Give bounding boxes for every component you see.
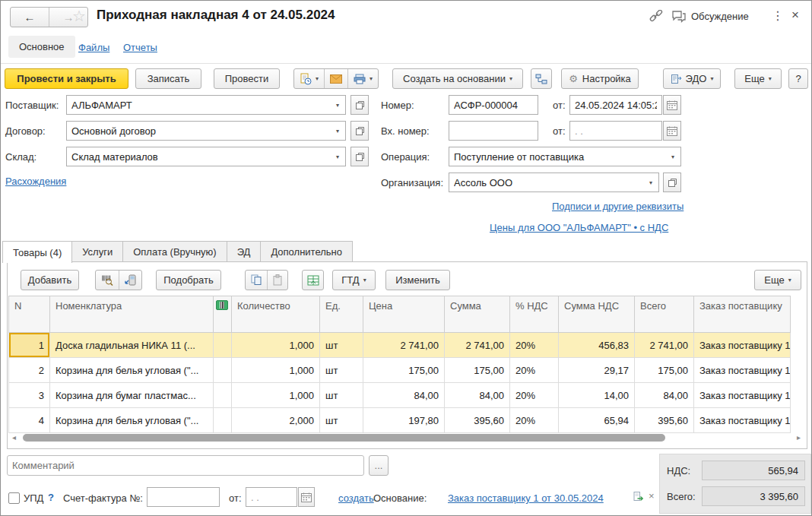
cell-total[interactable]: 395,60 [635,408,694,433]
cell-qty[interactable]: 2,000 [232,408,320,433]
contract-field[interactable] [66,121,346,141]
tab-ed[interactable]: ЭД [227,241,262,262]
tab-additional[interactable]: Дополнительно [260,241,353,262]
help-button[interactable]: ? [788,68,808,89]
copy-rows-button[interactable] [246,271,268,290]
operation-field[interactable] [449,147,681,166]
invoice-calendar-button[interactable] [298,487,315,507]
organization-dropdown-icon[interactable]: ▾ [645,179,656,186]
col-vat-pct[interactable]: % НДС [510,296,559,333]
table-row[interactable]: 3 Корзина для бумаг пластмас... 1,000 шт… [9,383,791,408]
discrepancies-link[interactable]: Расхождения [5,176,66,187]
nav-tab-main[interactable]: Основное [8,36,75,58]
hscroll-left-arrow[interactable]: ◂ [12,433,16,442]
contract-open-button[interactable] [350,121,369,141]
basis-document-link[interactable]: Заказ поставщику 1 от 30.05.2024 [448,492,604,504]
col-order[interactable]: Заказ поставщику [694,296,791,333]
edit-row-button[interactable]: Изменить [385,270,450,290]
create-invoice-link[interactable]: создать [338,492,374,504]
warehouse-open-button[interactable] [350,147,369,166]
cell-unit[interactable]: шт [320,333,363,358]
col-price[interactable]: Цена [363,296,445,333]
number-field[interactable] [449,95,538,115]
cell-name[interactable]: Доска гладильная НИКА 11 (... [50,333,214,358]
nav-tab-reports[interactable]: Отчеты [123,42,157,53]
edo-button[interactable]: ЭДО ▾ [663,68,721,89]
paste-rows-button[interactable] [268,271,287,290]
tab-services[interactable]: Услуги [71,241,123,262]
table-row[interactable]: 4 Корзина для белья угловая ("... 2,000 … [9,408,791,433]
cell-vat-pct[interactable]: 20% [510,408,559,433]
get-link-icon[interactable] [649,10,664,26]
basis-clear-icon[interactable]: × [649,490,655,502]
cell-n[interactable]: 1 [9,333,50,358]
cell-price[interactable]: 197,80 [363,408,445,433]
post-button[interactable]: Провести [214,68,280,89]
cell-n[interactable]: 2 [9,358,50,383]
cell-qty[interactable]: 1,000 [232,383,320,408]
cell-vat-pct[interactable]: 20% [510,358,559,383]
cell-order[interactable]: Заказ поставщику 1 [694,358,791,383]
hscroll-right-arrow[interactable]: ▸ [797,433,801,442]
cell-sum[interactable]: 2 741,00 [445,333,510,358]
cell-characteristic[interactable] [214,383,232,408]
cell-total[interactable]: 2 741,00 [635,333,694,358]
cell-price[interactable]: 175,00 [363,358,445,383]
col-quantity[interactable]: Количество [232,296,320,333]
cell-unit[interactable]: шт [320,358,363,383]
operation-dropdown-icon[interactable]: ▾ [668,154,678,160]
cell-vat-sum[interactable]: 65,94 [559,408,635,433]
favorite-star-icon[interactable]: ☆ [72,7,86,25]
col-vat-sum[interactable]: Сумма НДС [559,296,635,333]
basis-open-icon[interactable] [633,492,643,504]
cell-vat-sum[interactable]: 29,17 [559,358,635,383]
upd-checkbox[interactable] [8,492,20,504]
incoming-number-field[interactable] [449,121,538,141]
tab-payment[interactable]: Оплата (Вручную) [122,241,227,262]
signatures-link[interactable]: Подписи и другие реквизиты [552,201,684,212]
settings-button[interactable]: ⚙ Настройка [561,68,639,89]
cell-price[interactable]: 84,00 [363,383,445,408]
col-total[interactable]: Всего [635,296,694,333]
cell-price[interactable]: 2 741,00 [363,333,445,358]
date-calendar-button[interactable] [663,95,681,115]
cell-qty[interactable]: 1,000 [232,358,320,383]
contract-dropdown-icon[interactable]: ▾ [332,128,343,135]
document-movements-button[interactable]: ▾ [294,69,325,88]
comment-input[interactable] [7,455,364,476]
more-button[interactable]: Еще ▾ [734,68,782,89]
table-more-button[interactable]: Еще ▾ [754,270,801,290]
table-row[interactable]: 2 Корзина для белья угловая ("... 1,000 … [9,358,791,383]
cell-characteristic[interactable] [214,408,232,433]
col-nomenclature[interactable]: Номенклатура [50,296,214,333]
cell-name[interactable]: Корзина для белья угловая ("... [50,358,214,383]
cell-order[interactable]: Заказ поставщику 1 [694,383,791,408]
comment-more-button[interactable]: ... [369,455,389,476]
send-email-button[interactable] [325,69,348,88]
cell-n[interactable]: 4 [9,408,50,433]
cell-name[interactable]: Корзина для белья угловая ("... [50,408,214,433]
data-terminal-button[interactable] [119,271,141,290]
cell-unit[interactable]: шт [320,408,363,433]
upd-help-icon[interactable]: ? [48,492,54,503]
cell-sum[interactable]: 395,60 [445,408,510,433]
gtd-button[interactable]: ГТД ▾ [332,270,376,290]
invoice-number-input[interactable] [147,487,220,507]
col-sum[interactable]: Сумма [445,296,510,333]
incoming-date-calendar-button[interactable] [663,121,681,141]
cell-total[interactable]: 84,00 [635,383,694,408]
save-button[interactable]: Записать [135,68,201,89]
cell-vat-pct[interactable]: 20% [510,333,559,358]
col-unit[interactable]: Ед. [320,296,363,333]
prices-link[interactable]: Цены для ООО "АЛЬФАМАРТ" • с НДС [490,222,668,233]
cell-characteristic[interactable] [214,358,232,383]
organization-open-button[interactable] [663,173,681,192]
close-icon[interactable]: × [791,8,799,23]
related-documents-button[interactable] [531,68,552,89]
create-based-on-button[interactable]: Создать на основании ▾ [392,68,523,89]
post-and-close-button[interactable]: Провести и закрыть [5,68,128,89]
discussion-button[interactable]: Обсуждение [671,10,749,23]
col-characteristic[interactable] [214,296,232,333]
cell-total[interactable]: 175,00 [635,358,694,383]
cell-vat-sum[interactable]: 456,83 [559,333,635,358]
